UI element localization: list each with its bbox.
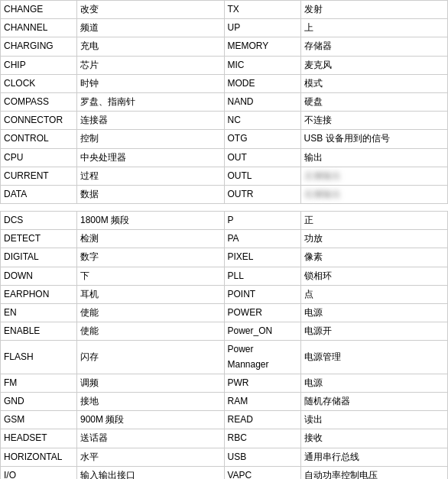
term-en: COMPASS bbox=[1, 92, 77, 111]
term-en: CPU bbox=[1, 148, 77, 167]
term-en-right: POINT bbox=[224, 285, 300, 303]
term-cn: 充电 bbox=[77, 37, 225, 56]
term-cn: 使能 bbox=[77, 304, 225, 322]
term-cn: 检测 bbox=[77, 230, 225, 248]
term-en: GND bbox=[1, 392, 77, 410]
term-en-right: TX bbox=[224, 1, 300, 19]
term-en: CHANNEL bbox=[1, 19, 77, 37]
term-en-right: USB bbox=[224, 448, 300, 466]
term-en: FM bbox=[1, 374, 77, 392]
term-en-right: P bbox=[224, 212, 300, 230]
term-en-right: OTG bbox=[224, 130, 300, 148]
term-en: EN bbox=[1, 304, 77, 322]
term-cn: 耳机 bbox=[77, 285, 225, 303]
term-en-right: NAND bbox=[224, 92, 300, 111]
term-en-right: OUTR bbox=[224, 185, 300, 203]
table-row: DCS1800M 频段P正 bbox=[1, 212, 448, 230]
term-cn: 时钟 bbox=[77, 74, 225, 92]
term-en-right: MODE bbox=[224, 74, 300, 92]
term-cn: 输入输出接口 bbox=[77, 466, 225, 479]
main-table: CHANGE改变TX发射CHANNEL频道UP上CHARGING充电MEMORY… bbox=[0, 0, 448, 479]
term-cn: 中央处理器 bbox=[77, 148, 225, 167]
term-en-right: VAPC bbox=[224, 466, 300, 479]
term-cn: 接地 bbox=[77, 392, 225, 410]
term-cn-right: 电源 bbox=[300, 374, 448, 392]
term-en: CHARGING bbox=[1, 37, 77, 56]
term-cn: 控制 bbox=[77, 130, 225, 148]
table-row: DOWN下PLL锁相环 bbox=[1, 267, 448, 285]
term-cn-right: 硬盘 bbox=[300, 92, 448, 111]
table-row: ENABLE使能Power_ON电源开 bbox=[1, 322, 448, 341]
table-row: CURRENT过程OUTL左侧输出 bbox=[1, 167, 448, 185]
table-row: DATA数据OUTR右侧输出 bbox=[1, 185, 448, 203]
table-row: EN使能POWER电源 bbox=[1, 304, 448, 322]
term-cn-right: 像素 bbox=[300, 248, 448, 267]
term-cn: 调频 bbox=[77, 374, 225, 392]
term-en-right: Power_ON bbox=[224, 322, 300, 341]
term-en: CONTROL bbox=[1, 130, 77, 148]
term-en-right: OUTL bbox=[224, 167, 300, 185]
term-en: FLASH bbox=[1, 341, 77, 374]
term-cn-right: 输出 bbox=[300, 148, 448, 167]
term-en: CURRENT bbox=[1, 167, 77, 185]
term-cn-right: 自动功率控制电压 bbox=[300, 466, 448, 479]
term-en: DETECT bbox=[1, 230, 77, 248]
table-row: DETECT检测PA功放 bbox=[1, 230, 448, 248]
table-row: CPU中央处理器OUT输出 bbox=[1, 148, 448, 167]
term-cn-right: 存储器 bbox=[300, 37, 448, 56]
term-en-right: MIC bbox=[224, 56, 300, 74]
term-cn-right: USB 设备用到的信号 bbox=[300, 130, 448, 148]
term-en-right: OUT bbox=[224, 148, 300, 167]
term-cn-right: 右侧输出 bbox=[300, 185, 448, 203]
term-en-right: NC bbox=[224, 112, 300, 130]
term-cn-right: 上 bbox=[300, 19, 448, 37]
term-cn-right: 模式 bbox=[300, 74, 448, 92]
term-en-right: PIXEL bbox=[224, 248, 300, 267]
term-en-right: Power Mannager bbox=[224, 341, 300, 374]
term-cn: 数据 bbox=[77, 185, 225, 203]
term-en: DATA bbox=[1, 185, 77, 203]
term-en: ENABLE bbox=[1, 322, 77, 341]
table-row: GSM900M 频段READ读出 bbox=[1, 411, 448, 429]
table-row: HORIZONTAL水平USB通用串行总线 bbox=[1, 448, 448, 466]
term-en-right: PWR bbox=[224, 374, 300, 392]
term-en-right: PA bbox=[224, 230, 300, 248]
term-en: DCS bbox=[1, 212, 77, 230]
term-en: I/O bbox=[1, 466, 77, 479]
term-en: CHANGE bbox=[1, 1, 77, 19]
term-cn: 水平 bbox=[77, 448, 225, 466]
table-row: I/O输入输出接口VAPC自动功率控制电压 bbox=[1, 466, 448, 479]
term-cn-right: 点 bbox=[300, 285, 448, 303]
term-cn: 闪存 bbox=[77, 341, 225, 374]
term-cn-right: 麦克风 bbox=[300, 56, 448, 74]
term-en: CHIP bbox=[1, 56, 77, 74]
table-row: CONTROL控制OTGUSB 设备用到的信号 bbox=[1, 130, 448, 148]
term-cn-right: 接收 bbox=[300, 429, 448, 448]
term-en: CONNECTOR bbox=[1, 112, 77, 130]
term-cn: 下 bbox=[77, 267, 225, 285]
table-row: CHANGE改变TX发射 bbox=[1, 1, 448, 19]
term-en: DOWN bbox=[1, 267, 77, 285]
term-en-right: RAM bbox=[224, 392, 300, 410]
term-cn-right: 发射 bbox=[300, 1, 448, 19]
term-cn: 1800M 频段 bbox=[77, 212, 225, 230]
term-cn-right: 正 bbox=[300, 212, 448, 230]
term-cn: 数字 bbox=[77, 248, 225, 267]
term-en-right: PLL bbox=[224, 267, 300, 285]
term-cn-right: 锁相环 bbox=[300, 267, 448, 285]
table-row: CHIP芯片MIC麦克风 bbox=[1, 56, 448, 74]
term-en: EARPHON bbox=[1, 285, 77, 303]
term-cn-right: 通用串行总线 bbox=[300, 448, 448, 466]
term-cn: 过程 bbox=[77, 167, 225, 185]
term-en: HEADSET bbox=[1, 429, 77, 448]
term-en-right: UP bbox=[224, 19, 300, 37]
term-en-right: READ bbox=[224, 411, 300, 429]
term-en: DIGITAL bbox=[1, 248, 77, 267]
table-row: FM调频PWR电源 bbox=[1, 374, 448, 392]
term-cn: 900M 频段 bbox=[77, 411, 225, 429]
term-cn-right: 左侧输出 bbox=[300, 167, 448, 185]
term-cn-right: 电源管理 bbox=[300, 341, 448, 374]
table-row: COMPASS罗盘、指南针NAND硬盘 bbox=[1, 92, 448, 111]
table-row: CLOCK时钟MODE模式 bbox=[1, 74, 448, 92]
term-en: GSM bbox=[1, 411, 77, 429]
